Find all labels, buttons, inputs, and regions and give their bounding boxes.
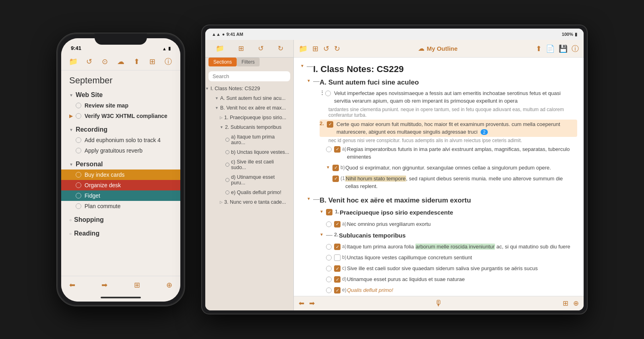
info-icon[interactable]: ⓘ	[163, 56, 174, 67]
sidebar-item-utinam[interactable]: d) Utinamque esset puru...	[205, 172, 293, 188]
add-item-icon[interactable]: ⊕	[166, 281, 172, 289]
section-a-toggle[interactable]: ▼	[307, 77, 313, 83]
sidebar-item-itaque[interactable]: a) Itaque tum prima auro...	[205, 132, 293, 147]
tablet-battery-pct: 100%	[562, 32, 573, 37]
qualis-label: e) Qualis defluit primo!	[231, 190, 281, 195]
redo-icon[interactable]: ↻	[278, 44, 283, 53]
share-icon[interactable]: ⬆	[131, 56, 142, 67]
title-toggle[interactable]: ▼	[300, 62, 307, 68]
tablet-add-icon[interactable]: ⊕	[573, 299, 579, 308]
section-a: ▼ — A. Sunt autem fuci sine aculeo ⋮ Vel…	[300, 76, 577, 191]
shopping-group-header: ○ Shopping	[61, 215, 180, 225]
tag-icon[interactable]: ⊙	[99, 56, 111, 67]
b2-number: 2.	[334, 231, 336, 238]
venit-label: B. Venit hoc ex aëre et max...	[220, 105, 286, 111]
section-b-toggle[interactable]: ▼	[307, 195, 313, 201]
mic-icon[interactable]: 🎙	[435, 299, 443, 308]
columns-icon[interactable]: ⊞	[238, 44, 244, 53]
panel-icon[interactable]: ⊞	[312, 44, 318, 53]
toggle-icon-3: ▷	[220, 200, 223, 204]
b1-checkbox[interactable]: ✓	[326, 209, 332, 215]
phone-item-index-cards[interactable]: Buy index cards	[61, 170, 180, 180]
columns-icon[interactable]: ⊞	[147, 56, 158, 67]
sidebar-item-nunc[interactable]: ▷ 3. Nunc vero e tanta cade...	[205, 197, 293, 207]
toggle-icon-a: ▼	[215, 96, 219, 100]
phone-item-euphonium[interactable]: Add euphonium solo to track 4	[61, 135, 180, 145]
prev-arrow-icon[interactable]: ⬅	[69, 281, 75, 289]
b2e-label: e)	[342, 286, 344, 293]
back-folder-icon[interactable]: 📁	[216, 44, 224, 53]
sidebar-item-class-notes[interactable]: ▼ I. Class Notes: CS229	[205, 84, 293, 93]
next-arrow-icon[interactable]: ➡	[101, 281, 107, 289]
phone-item-review-site-map[interactable]: Review site map	[61, 100, 180, 111]
b1a-label: a)	[342, 220, 344, 227]
comment-badge[interactable]: 2	[481, 129, 488, 135]
b2a-circle[interactable]	[326, 244, 332, 250]
b2c-checkbox[interactable]: ✓	[334, 265, 341, 272]
tablet-next-icon[interactable]: ➡	[309, 299, 315, 308]
euphonium-circle	[76, 137, 81, 143]
b1a-checkbox[interactable]: ✓	[334, 221, 341, 227]
cloud-icon[interactable]: ☁	[115, 56, 126, 67]
b2b-circle[interactable]	[326, 255, 332, 260]
b2c-circle[interactable]	[326, 266, 332, 271]
sections-filter-btn[interactable]: Sections	[208, 58, 237, 66]
b2-toggle[interactable]: ▼	[320, 231, 326, 237]
b2d-circle[interactable]	[326, 277, 332, 282]
sidebar-item-venit[interactable]: ▼ B. Venit hoc ex aëre et max...	[205, 103, 293, 113]
certe-checkbox[interactable]: ✓	[327, 121, 333, 128]
item-b1: ▼ ✓ 1. Praecipueque ipso sirio expendesc…	[307, 207, 577, 218]
save2-icon[interactable]: 💾	[559, 44, 568, 53]
nihil-checkbox[interactable]: ✓	[332, 176, 339, 182]
phone-item-fidget[interactable]: Fidget	[61, 190, 180, 201]
quod-toggle[interactable]: ▼	[326, 164, 332, 170]
sidebar-item-praecip[interactable]: ▷ 1. Praecipueque ipso sirio...	[205, 113, 293, 122]
velut-note: tardantes sine clementia puniunt. neque …	[320, 107, 577, 118]
b1a-circle[interactable]	[326, 221, 332, 227]
b2c-text: Sive ille est caeli sudor sive quaedam s…	[347, 265, 577, 273]
sidebar-item-qualis[interactable]: e) Qualis defluit primo!	[205, 188, 293, 197]
b2d-checkbox[interactable]: ✓	[334, 276, 341, 283]
recording-group-header: ▼ Recording	[61, 124, 180, 135]
tablet-add-row-icon[interactable]: ⊞	[563, 299, 568, 308]
info2-icon[interactable]: ⓘ	[572, 44, 579, 54]
sidebar-item-unctas[interactable]: b) Unctas liquore vestes...	[205, 147, 293, 157]
tablet-prev-icon[interactable]: ⬅	[299, 299, 304, 308]
phone-item-reverb[interactable]: Apply gratuitous reverb	[61, 145, 180, 156]
verify-label: Verify W3C XHTML compliance	[85, 113, 167, 119]
b2a-checkbox[interactable]: ✓	[334, 244, 341, 250]
tablet-time: 9:41 AM	[226, 32, 243, 37]
phone-content: September ▼ Web Site Review site map ▶ V…	[61, 70, 180, 276]
share2-icon[interactable]: ⬆	[536, 44, 542, 53]
b2b-checkbox[interactable]	[334, 254, 341, 261]
quod-checkbox[interactable]: ✓	[332, 165, 339, 171]
add-row-icon[interactable]: ⊞	[134, 281, 140, 289]
sidebar-item-subluc[interactable]: ▼ 2. Sublucanis temporibus	[205, 122, 293, 132]
phone-bottom-bar: ⬅ ➡ ⊞ ⊕	[61, 276, 180, 294]
section-a-heading-row: ▼ — A. Sunt autem fuci sine aculeo	[307, 76, 577, 89]
b1-number: 1.	[335, 208, 336, 215]
undo2-icon[interactable]: ↺	[323, 44, 329, 53]
sidebar-item-sive[interactable]: c) Sive ille est caeli sudo...	[205, 157, 293, 172]
back-icon[interactable]: 📁	[299, 44, 308, 53]
sidebar-item-sunt[interactable]: ▼ A. Sunt autem fuci sine acu...	[205, 93, 293, 103]
undo-icon[interactable]: ↺	[83, 56, 95, 67]
tablet-toolbar-left: 📁 ⊞ ↺ ↻	[205, 40, 293, 58]
folder-icon[interactable]: 📁	[68, 56, 79, 67]
sidebar-search-input[interactable]	[208, 71, 290, 81]
undo-icon[interactable]: ↺	[258, 44, 264, 53]
item-b1a: ✓ a) Nec omnino prius vergiliarum exortu	[307, 219, 577, 229]
regias-circle[interactable]	[326, 147, 332, 152]
redo2-icon[interactable]: ↻	[334, 44, 340, 53]
b2e-checkbox[interactable]: ✓	[334, 287, 341, 294]
b2e-orange: Qualis defluit primo!	[347, 287, 393, 293]
phone-item-commute[interactable]: Plan commute	[61, 201, 180, 211]
doc2-icon[interactable]: 📄	[546, 44, 555, 53]
phone-item-organize-desk[interactable]: Organize desk	[61, 180, 180, 190]
velut-circle[interactable]	[325, 91, 331, 96]
regias-checkbox[interactable]: ✓	[334, 146, 341, 153]
phone-item-verify-w3c[interactable]: ▶ Verify W3C XHTML compliance	[61, 111, 180, 121]
filters-filter-btn[interactable]: Filters	[237, 58, 260, 66]
b2e-circle[interactable]	[326, 287, 332, 293]
b1-toggle[interactable]: ▼	[320, 208, 326, 214]
